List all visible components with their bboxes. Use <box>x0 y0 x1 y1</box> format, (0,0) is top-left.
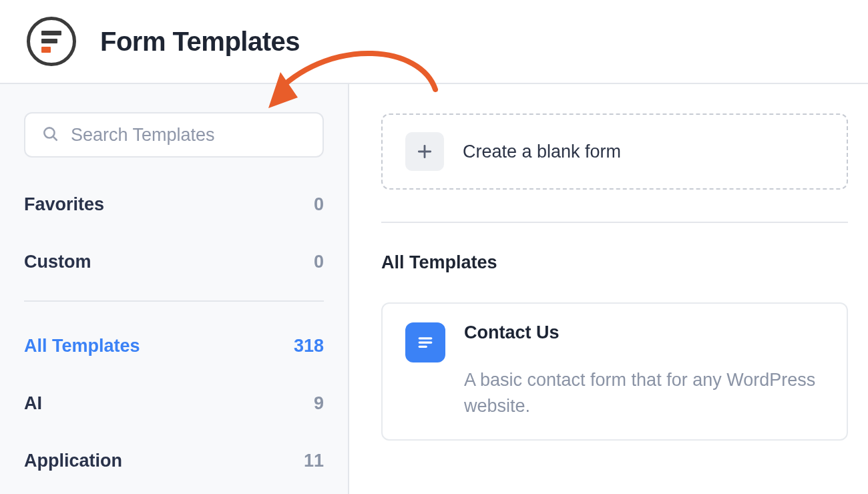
sidebar-item-all-templates[interactable]: All Templates 318 <box>24 327 324 364</box>
search-icon <box>41 125 59 145</box>
sidebar-item-count: 0 <box>314 252 324 272</box>
form-icon <box>405 322 445 362</box>
sidebar-item-label: All Templates <box>24 336 140 356</box>
header: Form Templates <box>0 0 868 84</box>
create-blank-form-button[interactable]: Create a blank form <box>381 113 848 190</box>
page-title: Form Templates <box>100 27 300 57</box>
sidebar-item-favorites[interactable]: Favorites 0 <box>24 186 324 223</box>
app-logo-icon <box>27 17 76 66</box>
sidebar-item-count: 0 <box>314 194 324 215</box>
sidebar-item-ai[interactable]: AI 9 <box>24 385 324 422</box>
template-card-contact-us[interactable]: Contact Us A basic contact form that for… <box>381 302 848 441</box>
sidebar-item-label: AI <box>24 393 42 414</box>
sidebar-divider <box>24 300 324 302</box>
sidebar: Favorites 0 Custom 0 All Templates 318 A… <box>0 84 349 494</box>
sidebar-item-custom[interactable]: Custom 0 <box>24 243 324 280</box>
sidebar-item-label: Application <box>24 451 122 471</box>
main-content: Create a blank form All Templates Contac… <box>349 84 868 494</box>
plus-icon <box>405 132 444 171</box>
search-input[interactable] <box>69 124 306 146</box>
section-divider <box>381 222 848 223</box>
sidebar-item-label: Custom <box>24 252 91 272</box>
svg-line-1 <box>53 137 57 140</box>
section-title: All Templates <box>381 252 848 273</box>
sidebar-item-count: 9 <box>314 393 324 414</box>
sidebar-item-label: Favorites <box>24 194 104 215</box>
search-input-wrapper[interactable] <box>24 112 324 158</box>
template-title: Contact Us <box>464 322 824 343</box>
sidebar-item-application[interactable]: Application 11 <box>24 442 324 479</box>
sidebar-item-count: 11 <box>304 451 324 471</box>
create-blank-form-label: Create a blank form <box>463 142 621 162</box>
sidebar-item-count: 318 <box>294 336 324 356</box>
template-description: A basic contact form that for any WordPr… <box>464 367 824 419</box>
